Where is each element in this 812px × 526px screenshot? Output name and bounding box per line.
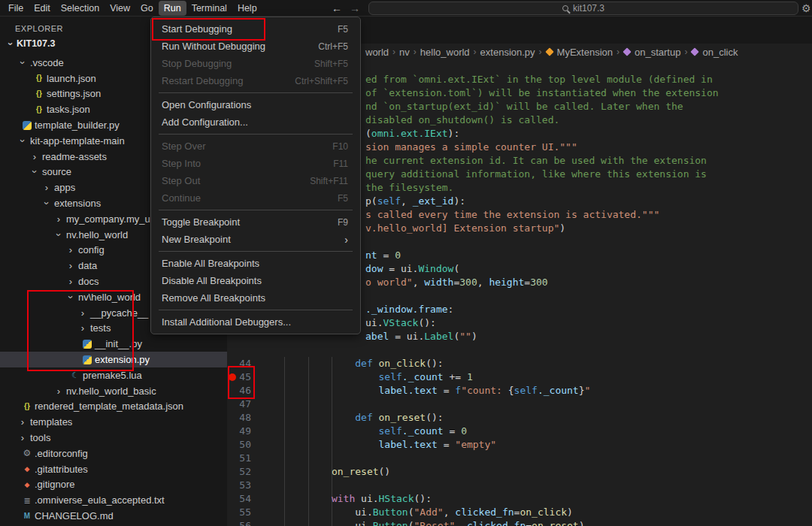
menu-item-label: Open Configurations (162, 99, 348, 110)
chevron-right-icon: › (65, 260, 77, 271)
menu-item-label: Stop Debugging (162, 58, 314, 69)
forward-arrow[interactable]: → (350, 0, 360, 17)
menu-view[interactable]: View (105, 1, 135, 16)
menu-separator (159, 134, 353, 135)
search-icon (562, 5, 568, 11)
code-line-28: sion manages a simple counter UI.""" (365, 141, 577, 154)
breadcrumb-separator-icon: › (474, 47, 477, 57)
breadcrumb-separator-icon: › (684, 47, 687, 57)
run-menu: Start DebuggingF5Run Without DebuggingCt… (150, 17, 361, 334)
chevron-down-icon: › (65, 291, 77, 303)
menu-go[interactable]: Go (135, 1, 159, 16)
code-line-40: ._window.frame: (365, 303, 453, 316)
menu-item-add-configuration[interactable]: Add Configuration... (151, 113, 360, 131)
menubar: FileEditSelectionViewGoRunTerminalHelp (0, 0, 262, 17)
tree-item-label: template_builder.py (35, 119, 120, 131)
menu-separator (159, 310, 353, 310)
menu-shortcut: Ctrl+Shift+F5 (295, 76, 348, 86)
code-line-33: s called every time the extension is act… (365, 208, 659, 222)
code-line-36: nt = 0 (365, 249, 401, 262)
menu-item-label: Restart Debugging (162, 75, 295, 86)
menu-item-start-debugging[interactable]: Start DebuggingF5 (151, 20, 360, 38)
menu-item-open-configurations[interactable]: Open Configurations (151, 96, 360, 113)
menu-item-new-breakpoint[interactable]: New Breakpoint› (151, 231, 360, 248)
code-line-42: abel = ui.Label("") (365, 330, 477, 343)
search-box[interactable]: kit107.3 (368, 2, 798, 15)
menu-item-label: Add Configuration... (162, 116, 348, 128)
menu-help[interactable]: Help (232, 1, 262, 16)
workspace-root-label: KIT107.3 (17, 38, 55, 49)
menu-item-run-without-debugging[interactable]: Run Without DebuggingCtrl+F5 (151, 38, 360, 55)
menu-shortcut: Shift+F5 (314, 59, 348, 69)
breadcrumb-item-extension-py[interactable]: extension.py (480, 47, 535, 58)
tree-item-label: .gitattributes (35, 464, 88, 475)
code-line-26: disabled on_shutdown() is called. (365, 113, 559, 127)
tree-file-extension-py[interactable]: extension.py (0, 352, 227, 367)
tree-file-changelog-md[interactable]: MCHANGELOG.md (0, 508, 227, 524)
chevron-down-icon: › (17, 135, 29, 147)
python-icon (83, 340, 92, 349)
tree-item-label: templates (30, 416, 72, 428)
git-icon: ◆ (21, 464, 33, 474)
settings-gear-icon[interactable]: ⚙ (801, 0, 811, 17)
tree-file-premake5-lua[interactable]: ☾premake5.lua (0, 367, 227, 383)
class-symbol-icon (545, 47, 553, 56)
menu-run[interactable]: Run (159, 1, 186, 16)
menu-selection[interactable]: Selection (56, 1, 105, 16)
breadcrumb-item-world[interactable]: world (365, 47, 389, 58)
code-line-27: (omni.ext.IExt): (365, 127, 459, 141)
tree-item-label: settings.json (47, 88, 101, 99)
chevron-right-icon: › (53, 385, 65, 397)
tree-item-label: docs (78, 276, 98, 287)
chevron-down-icon: › (17, 56, 29, 68)
tree-item-label: tools (30, 432, 50, 443)
tree-file-rendered-template-metadata-json[interactable]: {}rendered_template_metadata.json (0, 399, 227, 415)
code-line-44: def on_click(): (261, 357, 444, 370)
tree-file-gitattributes[interactable]: ◆.gitattributes (0, 461, 227, 477)
menu-item-install-additional-debuggers[interactable]: Install Additional Debuggers... (151, 313, 360, 331)
breadcrumb-item-on-click[interactable]: on_click (691, 47, 738, 58)
menu-file[interactable]: File (3, 1, 29, 16)
chevron-right-icon: › (17, 432, 29, 443)
tree-folder-tools[interactable]: ›tools (0, 430, 227, 446)
tree-folder-nv-hello-world-basic[interactable]: ›nv.hello_world_basic (0, 383, 227, 399)
menu-item-enable-all-breakpoints[interactable]: Enable All Breakpoints (151, 255, 360, 272)
tree-file-omniverse-eula-accepted-txt[interactable]: ≣.omniverse_eula_accepted.txt (0, 492, 227, 508)
menu-item-label: Disable All Breakpoints (162, 275, 348, 286)
tree-file-gitignore[interactable]: ◆.gitignore (0, 477, 227, 493)
breadcrumb-separator-icon: › (392, 47, 395, 57)
chevron-down-icon: › (41, 198, 53, 210)
menu-edit[interactable]: Edit (29, 1, 56, 16)
tree-file-init-py[interactable]: __init__.py (0, 336, 227, 352)
back-arrow[interactable]: ← (332, 0, 342, 17)
tree-item-label: tests (90, 322, 111, 334)
menu-terminal[interactable]: Terminal (186, 1, 232, 16)
lua-icon: ☾ (69, 370, 81, 380)
tree-file-editorconfig[interactable]: ⚙.editorconfig (0, 446, 227, 461)
tree-item-label: nv.hello_world_basic (66, 385, 156, 397)
menu-shortcut: F5 (338, 193, 348, 204)
tree-item-label: apps (54, 182, 75, 193)
menu-item-disable-all-breakpoints[interactable]: Disable All Breakpoints (151, 272, 360, 289)
breadcrumb-item-on-startup[interactable]: on_startup (623, 47, 680, 58)
breadcrumb-item-nv[interactable]: nv (399, 47, 410, 58)
tree-item-label: source (42, 166, 71, 177)
breadcrumb-separator-icon: › (617, 47, 620, 57)
code-line-50: label.text = "empty" (261, 438, 496, 452)
method-symbol-icon (691, 47, 699, 56)
tree-item-label: launch.json (47, 73, 96, 84)
json-icon: {} (21, 401, 33, 412)
chevron-right-icon: › (17, 416, 29, 428)
breadcrumb-item-myextension[interactable]: MyExtension (546, 47, 613, 58)
tree-folder-templates[interactable]: ›templates (0, 414, 227, 430)
breadcrumb-separator-icon: › (414, 47, 417, 57)
tree-item-label: .vscode (30, 57, 64, 68)
tree-item-label: .gitignore (35, 479, 74, 490)
tree-item-label: config (78, 244, 105, 255)
menu-shortcut: Ctrl+F5 (318, 41, 348, 52)
menu-item-toggle-breakpoint[interactable]: Toggle BreakpointF9 (151, 213, 360, 231)
chevron-down-icon: › (29, 166, 41, 178)
breadcrumb-item-hello-world[interactable]: hello_world (420, 47, 470, 58)
menu-item-remove-all-breakpoints[interactable]: Remove All Breakpoints (151, 289, 360, 307)
menu-item-label: Install Additional Debuggers... (162, 316, 348, 328)
